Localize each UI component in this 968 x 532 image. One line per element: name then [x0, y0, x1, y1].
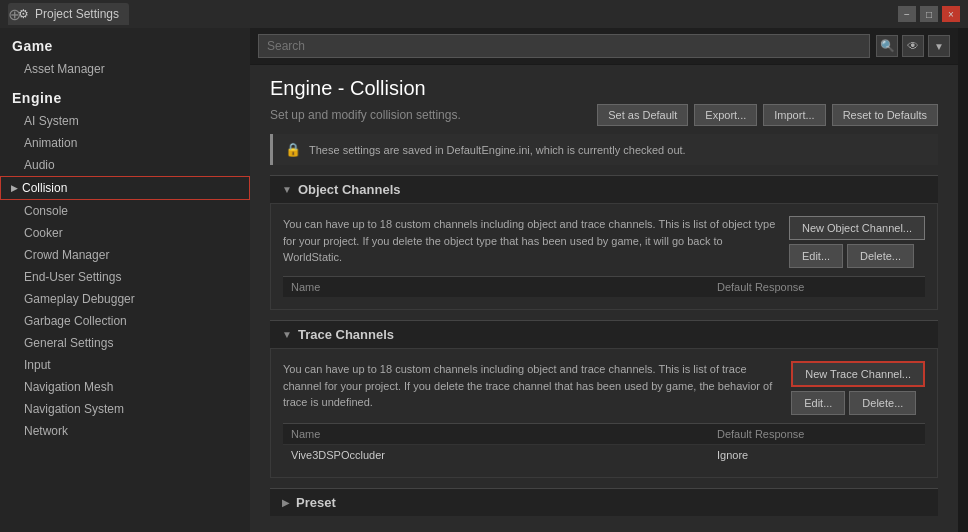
preset-title: Preset — [296, 495, 336, 510]
sidebar-item-cooker[interactable]: Cooker — [0, 222, 250, 244]
object-channel-edit-delete-row: Edit... Delete... — [789, 244, 925, 268]
sidebar-item-end-user-settings[interactable]: End-User Settings — [0, 266, 250, 288]
trace-row-response: Ignore — [717, 449, 917, 461]
content-scroll: 🔒 These settings are saved in DefaultEng… — [250, 134, 958, 532]
chevron-down-icon-button[interactable]: ▼ — [928, 35, 950, 57]
sidebar-item-console[interactable]: Console — [0, 200, 250, 222]
close-button[interactable]: × — [942, 6, 960, 22]
sidebar-item-label: Collision — [22, 181, 67, 195]
object-channels-header[interactable]: ▼ Object Channels — [270, 175, 938, 203]
main-layout: Game Asset Manager Engine AI System Anim… — [0, 28, 968, 532]
trace-channels-title: Trace Channels — [298, 327, 394, 342]
header-buttons: Set as Default Export... Import... Reset… — [597, 104, 938, 126]
trace-row-name: Vive3DSPOccluder — [291, 449, 717, 461]
object-channels-description: You can have up to 18 custom channels in… — [283, 216, 779, 266]
object-channels-section: ▼ Object Channels You can have up to 18 … — [270, 175, 938, 310]
trace-channels-body: You can have up to 18 custom channels in… — [270, 348, 938, 478]
section-collapse-icon: ▼ — [282, 329, 292, 340]
trace-channel-edit-button[interactable]: Edit... — [791, 391, 845, 415]
sidebar-item-input[interactable]: Input — [0, 354, 250, 376]
window-controls: − □ × — [898, 6, 960, 22]
content-area: 🔍 👁 ▼ Engine - Collision Set up and modi… — [250, 28, 958, 532]
trace-channels-table-header: Name Default Response — [283, 423, 925, 444]
trace-channels-header[interactable]: ▼ Trace Channels — [270, 320, 938, 348]
preset-section: ▶ Preset — [270, 488, 938, 516]
ue-logo-icon: ⊕ — [4, 4, 24, 24]
trace-col-response-header: Default Response — [717, 428, 917, 440]
title-bar-left: ⊕ ⚙ Project Settings — [8, 3, 129, 25]
object-channel-edit-button[interactable]: Edit... — [789, 244, 843, 268]
sidebar-item-network[interactable]: Network — [0, 420, 250, 442]
search-icons: 🔍 👁 ▼ — [876, 35, 950, 57]
section-collapse-icon: ▼ — [282, 184, 292, 195]
sidebar: Game Asset Manager Engine AI System Anim… — [0, 28, 250, 532]
object-channels-row: You can have up to 18 custom channels in… — [283, 216, 925, 268]
trace-channels-row: You can have up to 18 custom channels in… — [283, 361, 925, 415]
export-button[interactable]: Export... — [694, 104, 757, 126]
title-bar-tab[interactable]: ⚙ Project Settings — [8, 3, 129, 25]
object-col-name-header: Name — [291, 281, 717, 293]
trace-channels-buttons: New Trace Channel... Edit... Delete... — [791, 361, 925, 415]
preset-header[interactable]: ▶ Preset — [270, 488, 938, 516]
reset-defaults-button[interactable]: Reset to Defaults — [832, 104, 938, 126]
object-col-response-header: Default Response — [717, 281, 917, 293]
sidebar-item-crowd-manager[interactable]: Crowd Manager — [0, 244, 250, 266]
sidebar-item-audio[interactable]: Audio — [0, 154, 250, 176]
new-object-channel-button[interactable]: New Object Channel... — [789, 216, 925, 240]
scrollbar-track[interactable] — [958, 28, 968, 532]
section-expand-icon: ▶ — [282, 497, 290, 508]
eye-icon-button[interactable]: 👁 — [902, 35, 924, 57]
sidebar-engine-header: Engine — [0, 80, 250, 110]
set-default-button[interactable]: Set as Default — [597, 104, 688, 126]
tab-label: Project Settings — [35, 7, 119, 21]
sidebar-game-header: Game — [0, 28, 250, 58]
search-icon-button[interactable]: 🔍 — [876, 35, 898, 57]
notice-text: These settings are saved in DefaultEngin… — [309, 144, 686, 156]
search-bar: 🔍 👁 ▼ — [250, 28, 958, 65]
page-title: Engine - Collision — [270, 77, 938, 100]
sidebar-item-label: Asset Manager — [24, 62, 105, 76]
sidebar-item-navigation-system[interactable]: Navigation System — [0, 398, 250, 420]
trace-channels-section: ▼ Trace Channels You can have up to 18 c… — [270, 320, 938, 478]
object-channels-title: Object Channels — [298, 182, 401, 197]
table-row[interactable]: Vive3DSPOccluder Ignore — [283, 444, 925, 465]
object-channels-buttons: New Object Channel... Edit... Delete... — [789, 216, 925, 268]
lock-icon: 🔒 — [285, 142, 301, 157]
sidebar-item-collision[interactable]: ▶ Collision — [0, 176, 250, 200]
object-channel-delete-button[interactable]: Delete... — [847, 244, 914, 268]
import-button[interactable]: Import... — [763, 104, 825, 126]
sidebar-item-ai-system[interactable]: AI System — [0, 110, 250, 132]
search-input[interactable] — [258, 34, 870, 58]
new-trace-channel-button[interactable]: New Trace Channel... — [791, 361, 925, 387]
sidebar-item-asset-manager[interactable]: Asset Manager — [0, 58, 250, 80]
info-notice: 🔒 These settings are saved in DefaultEng… — [270, 134, 938, 165]
sidebar-item-navigation-mesh[interactable]: Navigation Mesh — [0, 376, 250, 398]
sidebar-item-garbage-collection[interactable]: Garbage Collection — [0, 310, 250, 332]
arrow-icon: ▶ — [11, 183, 18, 193]
sidebar-item-animation[interactable]: Animation — [0, 132, 250, 154]
trace-col-name-header: Name — [291, 428, 717, 440]
page-subtitle-row: Set up and modify collision settings. Se… — [270, 104, 938, 126]
object-channels-body: You can have up to 18 custom channels in… — [270, 203, 938, 310]
page-header: Engine - Collision Set up and modify col… — [250, 65, 958, 134]
object-channels-table-header: Name Default Response — [283, 276, 925, 297]
trace-channel-edit-delete-row: Edit... Delete... — [791, 391, 925, 415]
sidebar-item-gameplay-debugger[interactable]: Gameplay Debugger — [0, 288, 250, 310]
sidebar-item-general-settings[interactable]: General Settings — [0, 332, 250, 354]
page-subtitle: Set up and modify collision settings. — [270, 108, 461, 122]
trace-channels-description: You can have up to 18 custom channels in… — [283, 361, 781, 411]
minimize-button[interactable]: − — [898, 6, 916, 22]
title-bar: ⊕ ⚙ Project Settings − □ × — [0, 0, 968, 28]
trace-channel-delete-button[interactable]: Delete... — [849, 391, 916, 415]
maximize-button[interactable]: □ — [920, 6, 938, 22]
